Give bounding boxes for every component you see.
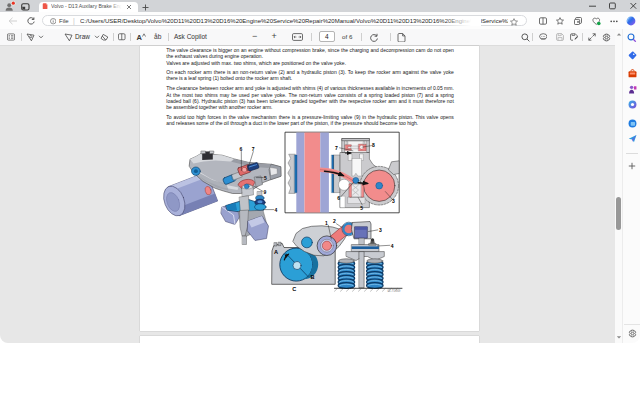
svg-text:7: 7 — [251, 146, 254, 152]
svg-text:2: 2 — [333, 218, 336, 224]
svg-text:6: 6 — [239, 146, 242, 152]
svg-text:4: 4 — [390, 243, 393, 249]
svg-text:1: 1 — [325, 220, 328, 226]
svg-text:02-77-869: 02-77-869 — [387, 289, 400, 293]
svg-text:8: 8 — [372, 142, 375, 148]
svg-text:5: 5 — [264, 175, 267, 181]
svg-text:B: B — [310, 274, 314, 280]
svg-text:3: 3 — [378, 227, 381, 233]
svg-text:C: C — [292, 286, 296, 292]
svg-text:9: 9 — [263, 189, 266, 195]
svg-text:7: 7 — [334, 145, 337, 151]
svg-text:3: 3 — [392, 198, 395, 204]
svg-text:4: 4 — [274, 207, 277, 213]
svg-text:6: 6 — [337, 195, 340, 201]
svg-text:A: A — [274, 249, 278, 255]
svg-text:5: 5 — [360, 205, 363, 211]
